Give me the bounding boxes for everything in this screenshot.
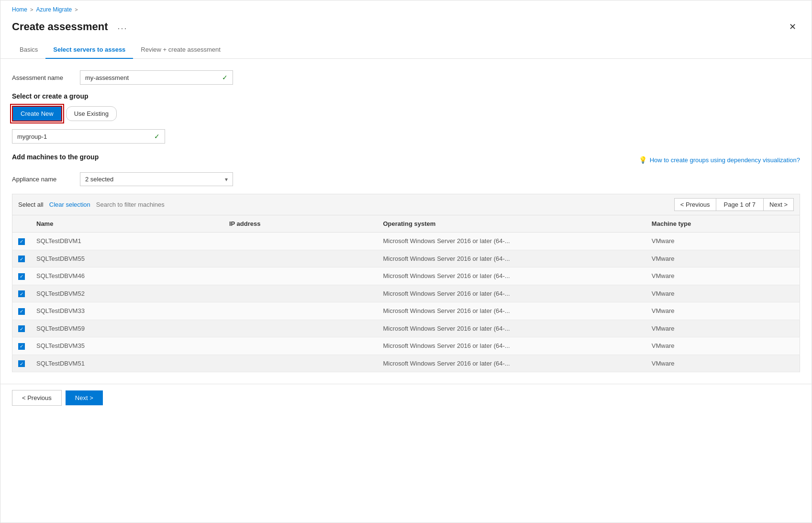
check-icon: ✓	[222, 74, 228, 81]
use-existing-button[interactable]: Use Existing	[66, 106, 117, 121]
close-button[interactable]: ✕	[785, 21, 800, 33]
footer-next-button[interactable]: Next >	[66, 390, 103, 405]
tab-basics[interactable]: Basics	[12, 41, 45, 59]
row-ip-1	[223, 250, 378, 267]
select-group-title: Select or create a group	[12, 92, 800, 100]
row-checkbox-3[interactable]: ✓	[18, 290, 25, 297]
tab-review-create[interactable]: Review + create assessment	[133, 41, 228, 59]
footer-previous-button[interactable]: < Previous	[12, 390, 62, 406]
dep-viz-link[interactable]: 💡 How to create groups using dependency …	[639, 156, 800, 164]
create-new-button[interactable]: Create New	[12, 106, 62, 122]
select-all-label[interactable]: Select all	[18, 201, 44, 208]
table-body: ✓ SQLTestDBVM1 Microsoft Windows Server …	[12, 233, 800, 372]
tab-select-servers[interactable]: Select servers to assess	[45, 41, 133, 59]
row-checkbox-0[interactable]: ✓	[18, 238, 25, 245]
table-row: ✓ SQLTestDBVM35 Microsoft Windows Server…	[12, 337, 800, 355]
assessment-name-row: Assessment name my-assessment ✓	[12, 70, 800, 85]
row-type-6: VMware	[646, 337, 800, 355]
next-page-button[interactable]: Next >	[763, 198, 794, 211]
row-checkbox-5[interactable]: ✓	[18, 325, 25, 332]
row-checkbox-cell[interactable]: ✓	[12, 355, 31, 372]
assessment-name-value: my-assessment	[85, 74, 129, 81]
row-ip-0	[223, 233, 378, 250]
row-checkbox-cell[interactable]: ✓	[12, 337, 31, 355]
table-header-row: Name IP address Operating system Machine…	[12, 215, 800, 233]
row-ip-3	[223, 285, 378, 302]
row-os-2: Microsoft Windows Server 2016 or later (…	[377, 267, 645, 285]
row-os-4: Microsoft Windows Server 2016 or later (…	[377, 302, 645, 320]
table-toolbar-left: Select all Clear selection	[18, 201, 674, 208]
row-os-1: Microsoft Windows Server 2016 or later (…	[377, 250, 645, 267]
th-checkbox	[12, 215, 31, 233]
row-type-7: VMware	[646, 355, 800, 372]
row-checkbox-6[interactable]: ✓	[18, 343, 25, 350]
breadcrumb-azure-migrate[interactable]: Azure Migrate	[36, 6, 72, 13]
table-row: ✓ SQLTestDBVM46 Microsoft Windows Server…	[12, 267, 800, 285]
row-checkbox-7[interactable]: ✓	[18, 360, 25, 367]
th-name: Name	[31, 215, 223, 233]
table-row: ✓ SQLTestDBVM55 Microsoft Windows Server…	[12, 250, 800, 267]
assessment-name-input[interactable]: my-assessment ✓	[80, 70, 233, 85]
row-type-0: VMware	[646, 233, 800, 250]
breadcrumb-home[interactable]: Home	[12, 6, 27, 13]
row-name-1: SQLTestDBVM55	[31, 250, 223, 267]
row-os-6: Microsoft Windows Server 2016 or later (…	[377, 337, 645, 355]
row-name-3: SQLTestDBVM52	[31, 285, 223, 302]
row-type-2: VMware	[646, 267, 800, 285]
row-type-5: VMware	[646, 320, 800, 337]
breadcrumb-separator-1: >	[30, 7, 33, 12]
th-os: Operating system	[377, 215, 645, 233]
th-ip: IP address	[223, 215, 378, 233]
group-name-value: mygroup-1	[17, 133, 47, 140]
table-toolbar: Select all Clear selection < Previous Pa…	[12, 194, 800, 215]
clear-selection-link[interactable]: Clear selection	[49, 201, 90, 208]
row-checkbox-2[interactable]: ✓	[18, 273, 25, 280]
add-machines-section: Add machines to the group 💡 How to creat…	[12, 153, 800, 167]
content-area: Assessment name my-assessment ✓ Select o…	[0, 59, 812, 380]
appliance-row: Appliance name 2 selected ▾	[12, 172, 800, 186]
row-checkbox-cell[interactable]: ✓	[12, 320, 31, 337]
search-input[interactable]	[96, 201, 674, 208]
row-checkbox-cell[interactable]: ✓	[12, 302, 31, 320]
table-row: ✓ SQLTestDBVM1 Microsoft Windows Server …	[12, 233, 800, 250]
row-os-0: Microsoft Windows Server 2016 or later (…	[377, 233, 645, 250]
row-checkbox-cell[interactable]: ✓	[12, 250, 31, 267]
row-os-5: Microsoft Windows Server 2016 or later (…	[377, 320, 645, 337]
add-machines-title: Add machines to the group	[12, 153, 99, 161]
appliance-label: Appliance name	[12, 176, 74, 183]
row-ip-7	[223, 355, 378, 372]
table-row: ✓ SQLTestDBVM51 Microsoft Windows Server…	[12, 355, 800, 372]
row-type-1: VMware	[646, 250, 800, 267]
assessment-name-label: Assessment name	[12, 74, 74, 81]
ellipsis-button[interactable]: ...	[114, 20, 132, 33]
row-checkbox-4[interactable]: ✓	[18, 308, 25, 315]
row-checkbox-cell[interactable]: ✓	[12, 233, 31, 250]
table-row: ✓ SQLTestDBVM52 Microsoft Windows Server…	[12, 285, 800, 302]
breadcrumb: Home > Azure Migrate >	[0, 0, 812, 16]
row-os-3: Microsoft Windows Server 2016 or later (…	[377, 285, 645, 302]
table-row: ✓ SQLTestDBVM59 Microsoft Windows Server…	[12, 320, 800, 337]
previous-page-button[interactable]: < Previous	[674, 198, 716, 211]
dropdown-arrow-icon: ▾	[225, 176, 228, 183]
lightbulb-icon: 💡	[639, 156, 647, 164]
row-name-2: SQLTestDBVM46	[31, 267, 223, 285]
group-name-input[interactable]: mygroup-1 ✓	[12, 129, 165, 144]
breadcrumb-separator-2: >	[75, 7, 78, 12]
row-name-4: SQLTestDBVM33	[31, 302, 223, 320]
row-checkbox-cell[interactable]: ✓	[12, 285, 31, 302]
row-checkbox-cell[interactable]: ✓	[12, 267, 31, 285]
table-toolbar-right: < Previous Page 1 of 7 Next >	[674, 198, 794, 211]
row-name-5: SQLTestDBVM59	[31, 320, 223, 337]
row-checkbox-1[interactable]: ✓	[18, 256, 25, 262]
add-machines-header: Add machines to the group 💡 How to creat…	[12, 153, 800, 167]
row-name-6: SQLTestDBVM35	[31, 337, 223, 355]
page-info: Page 1 of 7	[716, 198, 764, 211]
row-ip-2	[223, 267, 378, 285]
appliance-dropdown[interactable]: 2 selected ▾	[80, 172, 233, 186]
group-name-row: mygroup-1 ✓	[12, 129, 800, 144]
footer-bar: < Previous Next >	[0, 384, 812, 412]
modal-header: Create assessment ... ✕	[0, 16, 812, 41]
row-ip-5	[223, 320, 378, 337]
table-row: ✓ SQLTestDBVM33 Microsoft Windows Server…	[12, 302, 800, 320]
row-type-4: VMware	[646, 302, 800, 320]
